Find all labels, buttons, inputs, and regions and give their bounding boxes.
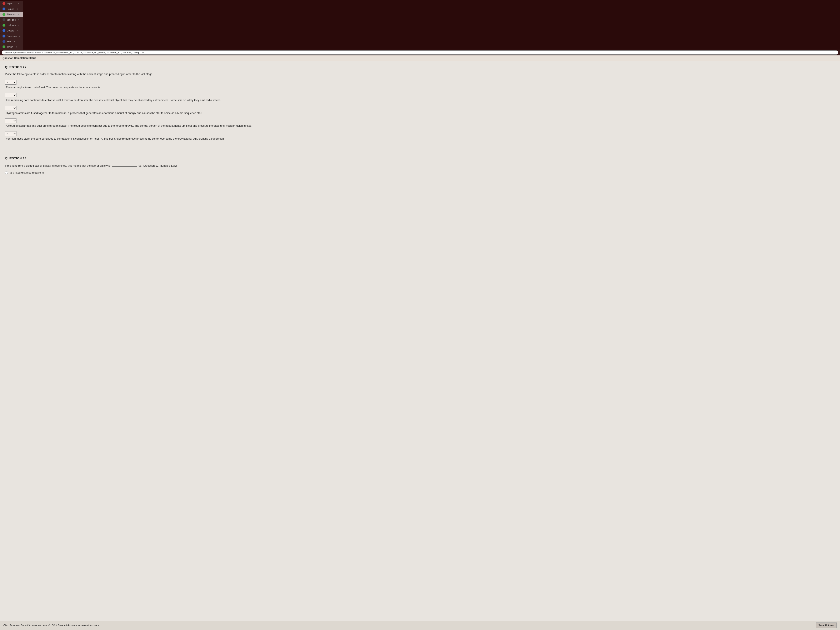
footer-instruction: Click Save and Submit to save and submit… [3, 624, 99, 627]
tab-close-facebook[interactable]: × [19, 35, 21, 37]
ordering-item-2: - 12345 The remaining core continues to … [5, 93, 835, 102]
tab-icon-expert [3, 2, 5, 5]
main-content: QUESTION 27 Place the following events i… [0, 61, 840, 630]
tab-label-which: Which [7, 46, 13, 48]
question-27-block: QUESTION 27 Place the following events i… [5, 65, 835, 148]
tab-google[interactable]: Google× [0, 28, 23, 33]
q28-option-1: at a fixed distance relative to [5, 171, 835, 174]
ordering-item-1: - 12345 The star begins to run out of fu… [5, 80, 835, 90]
footer-bar: Click Save and Submit to save and submit… [0, 621, 840, 630]
tab-close-yourque[interactable]: × [18, 19, 20, 21]
tab-label-themas: The mas [7, 13, 16, 16]
ordering-text-5: For high mass stars, the core continues … [5, 137, 835, 141]
tab-close-home[interactable]: × [16, 8, 18, 10]
tab-close-elm[interactable]: × [14, 40, 15, 43]
browser-chrome: Expert C×Home |×The mas×Your que×cual pl… [0, 0, 840, 55]
ordering-text-4: A cloud of stellar gas and dust drifts t… [5, 124, 835, 128]
save-all-answers-button[interactable]: Save All Answ [816, 622, 837, 628]
q28-blank [112, 166, 137, 167]
question-28-block: QUESTION 28 If the light from a distant … [5, 157, 835, 180]
tab-which[interactable]: Which× [0, 44, 23, 50]
tab-icon-which [3, 46, 5, 48]
tab-close-google[interactable]: × [16, 30, 18, 32]
tab-bar: Expert C×Home |×The mas×Your que×cual pl… [0, 0, 840, 50]
tab-facebook[interactable]: Facebook× [0, 33, 23, 39]
q27-prompt: Place the following events in order of s… [5, 72, 835, 76]
tab-label-home: Home | [7, 8, 14, 10]
tab-expert[interactable]: Expert C× [0, 1, 23, 6]
tab-icon-elm [3, 40, 5, 43]
ordering-select-4[interactable]: - 12345 [5, 118, 16, 123]
ordering-text-3: Hydrogen atoms are fused together to for… [5, 111, 835, 115]
tab-icon-google [3, 29, 5, 32]
tabs-container: Expert C×Home |×The mas×Your que×cual pl… [0, 1, 24, 50]
tab-icon-cualplan [3, 24, 5, 27]
ordering-select-5[interactable]: - 12345 [5, 131, 16, 136]
tab-label-facebook: Facebook [7, 35, 17, 37]
tab-close-which[interactable]: × [16, 46, 17, 48]
q27-title: QUESTION 27 [5, 65, 835, 69]
tab-home[interactable]: Home |× [0, 6, 23, 12]
tab-cualplan[interactable]: cual plan× [0, 22, 23, 28]
ordering-item-5: - 12345 For high mass stars, the core co… [5, 131, 835, 141]
ordering-text-1: The star begins to run out of fuel. The … [5, 85, 835, 90]
tab-label-cualplan: cual plan [7, 24, 16, 27]
q28-fill-blank: If the light from a distant star or gala… [5, 163, 835, 168]
address-bar [0, 50, 840, 55]
address-input[interactable] [2, 51, 838, 55]
tab-icon-facebook [3, 35, 5, 38]
tab-icon-yourque [3, 18, 5, 21]
q28-radio-1[interactable] [5, 171, 8, 174]
ordering-item-4: - 12345 A cloud of stellar gas and dust … [5, 118, 835, 128]
ordering-select-row-2: - 12345 [5, 93, 835, 97]
tab-close-expert[interactable]: × [18, 3, 19, 5]
tab-label-elm: El M [7, 40, 11, 43]
tab-icon-themas [3, 13, 5, 16]
ordering-select-row-3: - 12345 [5, 106, 835, 110]
ordering-item-3: - 12345 Hydrogen atoms are fused togethe… [5, 106, 835, 115]
ordering-select-2[interactable]: - 12345 [5, 93, 16, 97]
q28-prompt-after: us. (Question 12, Hubble's Law) [139, 164, 177, 167]
ordering-select-1[interactable]: - 12345 [5, 80, 16, 85]
tab-close-themas[interactable]: × [18, 13, 19, 16]
ordering-text-2: The remaining core continues to collapse… [5, 98, 835, 102]
tab-icon-home [3, 8, 5, 10]
status-bar: Question Completion Status [0, 55, 840, 61]
tab-yourque[interactable]: Your que× [0, 17, 23, 22]
ordering-select-row-5: - 12345 [5, 131, 835, 136]
tab-close-cualplan[interactable]: × [18, 24, 20, 27]
ordering-select-row-4: - 12345 [5, 118, 835, 123]
tab-label-google: Google [7, 29, 14, 32]
tab-label-expert: Expert C [7, 2, 16, 5]
q28-title: QUESTION 28 [5, 157, 835, 160]
ordering-select-3[interactable]: - 12345 [5, 106, 16, 110]
status-bar-label: Question Completion Status [3, 57, 36, 60]
q28-prompt-before: If the light from a distant star or gala… [5, 164, 111, 167]
tab-themas[interactable]: The mas× [0, 12, 23, 17]
q28-option-1-label: at a fixed distance relative to [9, 171, 44, 174]
ordering-select-row-1: - 12345 [5, 80, 835, 85]
tab-elm[interactable]: El M× [0, 39, 23, 44]
tab-label-yourque: Your que [7, 19, 16, 21]
